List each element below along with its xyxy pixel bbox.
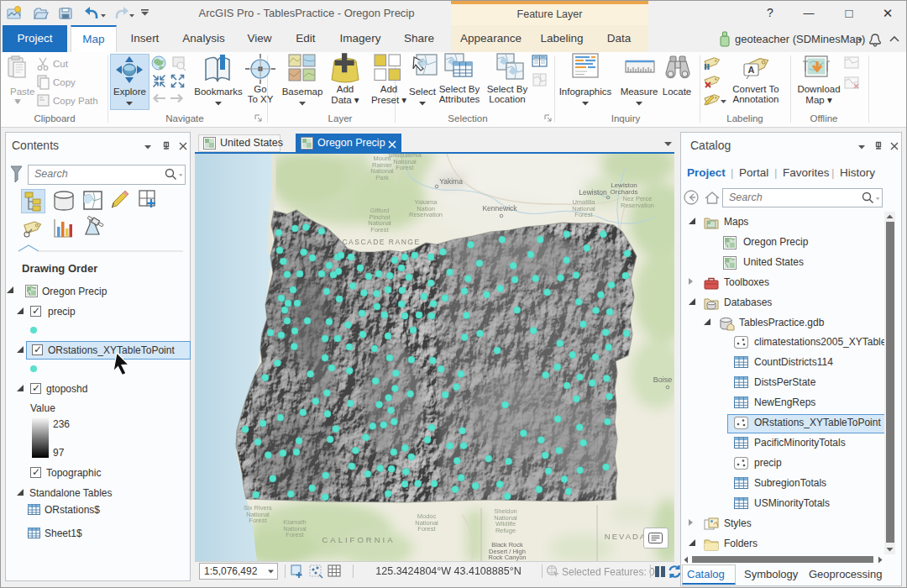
svg-text:Black RockDesert / HighRock Ca: Black RockDesert / HighRock Canyon xyxy=(488,541,526,561)
svg-text:NEVADA: NEVADA xyxy=(605,532,647,541)
svg-text:CALIFORNIA: CALIFORNIA xyxy=(322,535,395,544)
svg-text:Lewiston: Lewiston xyxy=(579,188,607,197)
svg-text:UmatillaNationalForest: UmatillaNationalForest xyxy=(572,198,595,218)
svg-text:SheldonNationalWildlifeRefuge: SheldonNationalWildlifeRefuge xyxy=(494,507,517,534)
svg-text:Boise: Boise xyxy=(653,375,673,384)
svg-text:CASCADE RANGE: CASCADE RANGE xyxy=(342,238,420,246)
svg-text:Nez PerceReservation: Nez PerceReservation xyxy=(621,195,654,209)
svg-text:GiffordPinchotNationalForest: GiffordPinchotNationalForest xyxy=(368,207,391,234)
svg-text:Yakima: Yakima xyxy=(439,177,463,186)
svg-text:KlamathNationalForest: KlamathNationalForest xyxy=(283,518,307,538)
svg-text:geoteacher (SDMinesMap): geoteacher (SDMinesMap) xyxy=(735,33,865,45)
svg-text:LewistonOrchards: LewistonOrchards xyxy=(611,181,638,196)
svg-text:A: A xyxy=(748,65,755,75)
svg-text:Kennewick: Kennewick xyxy=(482,204,517,213)
svg-text:ModocNationalForest: ModocNationalForest xyxy=(415,512,438,533)
